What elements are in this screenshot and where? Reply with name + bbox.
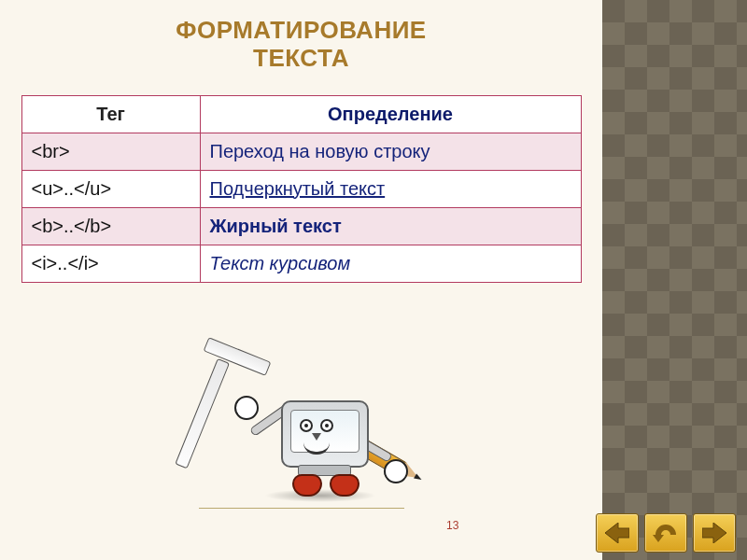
arrow-left-icon: [605, 523, 629, 543]
slide-nav: [596, 513, 736, 553]
table-row: <br> Переход на новую строку: [21, 133, 581, 170]
table-row: <u>..</u> Подчеркнутый текст: [21, 170, 581, 207]
mascot-illustration: [199, 349, 404, 509]
u-turn-icon: [653, 522, 679, 544]
page-number: 13: [446, 519, 458, 532]
header-definition: Определение: [200, 95, 581, 133]
side-decor-pattern: [602, 0, 747, 560]
title-line-2: ТЕКСТА: [253, 44, 349, 72]
svg-marker-1: [653, 535, 664, 542]
slide-title: ФОРМАТИРОВАНИЕ ТЕКСТА: [9, 17, 593, 73]
slide: ФОРМАТИРОВАНИЕ ТЕКСТА Тег Определение <b…: [0, 0, 747, 560]
cell-definition: Подчеркнутый текст: [200, 170, 581, 207]
table-row: <i>..</i> Текст курсивом: [21, 245, 581, 282]
cell-tag: <b>..</b>: [21, 207, 200, 245]
cell-tag: <br>: [21, 133, 200, 170]
header-tag: Тег: [21, 95, 200, 133]
svg-marker-0: [605, 523, 629, 543]
cell-tag: <u>..</u>: [21, 170, 200, 207]
home-button[interactable]: [644, 513, 687, 553]
arrow-right-icon: [702, 523, 726, 543]
tags-table: Тег Определение <br> Переход на новую ст…: [21, 95, 582, 283]
cell-tag: <i>..</i>: [21, 245, 200, 282]
slide-content: ФОРМАТИРОВАНИЕ ТЕКСТА Тег Определение <b…: [0, 0, 602, 560]
svg-marker-2: [702, 523, 726, 543]
cell-definition: Переход на новую строку: [200, 133, 581, 170]
next-button[interactable]: [693, 513, 736, 553]
title-line-1: ФОРМАТИРОВАНИЕ: [176, 16, 426, 44]
prev-button[interactable]: [596, 513, 639, 553]
cell-definition: Жирный текст: [200, 207, 581, 245]
table-header-row: Тег Определение: [21, 95, 581, 133]
cell-definition: Текст курсивом: [200, 245, 581, 282]
computer-mascot-icon: [281, 400, 369, 468]
table-row: <b>..</b> Жирный текст: [21, 207, 581, 245]
